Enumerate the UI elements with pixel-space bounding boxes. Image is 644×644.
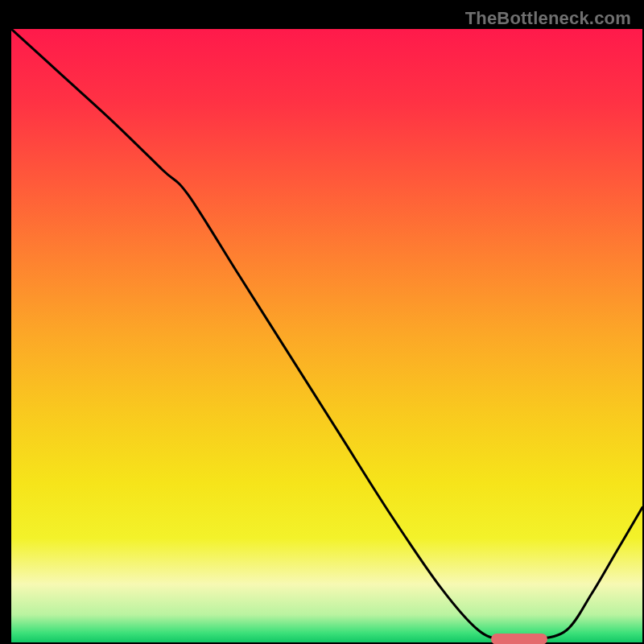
chart-frame: TheBottleneck.com — [5, 5, 639, 639]
optimal-range-marker — [491, 634, 548, 644]
plot-area — [11, 29, 642, 642]
bottleneck-curve — [11, 29, 642, 642]
watermark-text: TheBottleneck.com — [465, 8, 631, 29]
